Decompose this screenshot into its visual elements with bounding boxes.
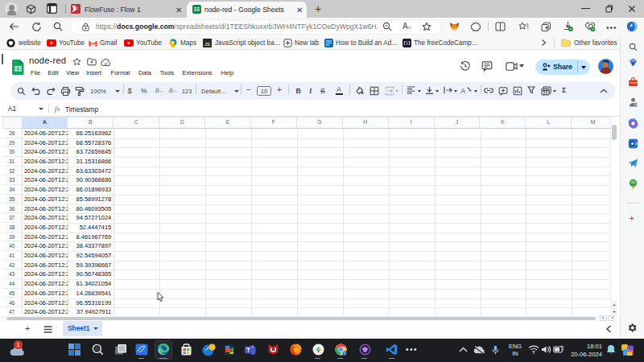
svg-text:JS: JS [204,42,210,47]
